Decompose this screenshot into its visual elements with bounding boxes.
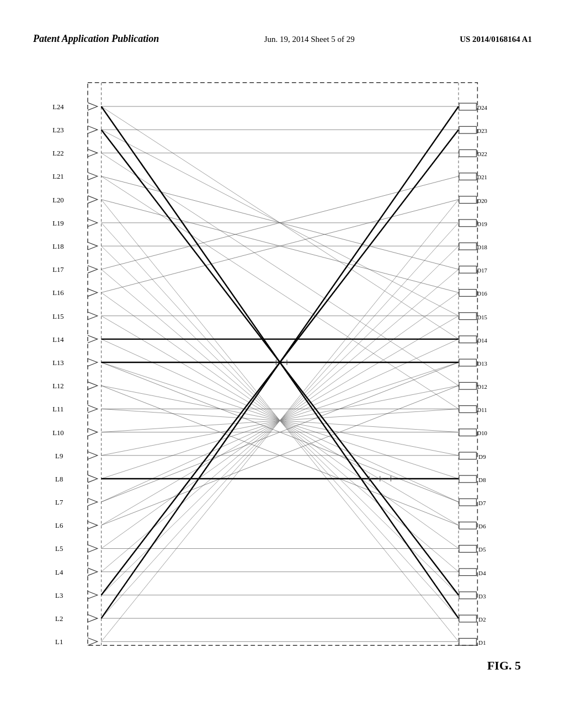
- svg-text:D12: D12: [477, 383, 487, 390]
- left-label-L19: L19: [52, 220, 64, 227]
- right-labels: D1 D2 D3 D4 D5 D6 D7 D8 D9 D10 D11 D12 D…: [477, 104, 487, 646]
- svg-text:D24: D24: [477, 104, 487, 111]
- svg-text:D14: D14: [477, 337, 487, 344]
- svg-text:D23: D23: [477, 127, 487, 134]
- svg-text:D9: D9: [478, 453, 486, 460]
- page: Patent Application Publication Jun. 19, …: [0, 0, 565, 728]
- svg-rect-19: [459, 220, 476, 227]
- left-label-L24: L24: [52, 103, 64, 111]
- svg-rect-4: [459, 569, 476, 576]
- figure-label: FIG. 5: [487, 659, 521, 673]
- patent-diagram: L1 L2 L3 L4 L5 L6 L7 L8 L9 L10 L11 L12 L…: [44, 77, 532, 651]
- svg-rect-13: [459, 359, 476, 366]
- svg-text:D4: D4: [478, 570, 486, 576]
- left-label-L10: L10: [52, 429, 64, 437]
- svg-rect-15: [459, 313, 476, 320]
- svg-rect-24: [459, 103, 476, 110]
- left-label-L14: L14: [52, 336, 64, 344]
- left-label-L23: L23: [52, 126, 64, 134]
- svg-rect-7: [459, 499, 476, 506]
- svg-text:D7: D7: [478, 500, 486, 506]
- header: Patent Application Publication Jun. 19, …: [0, 33, 565, 45]
- left-label-L5: L5: [55, 545, 63, 553]
- svg-rect-23: [459, 126, 476, 133]
- left-label-L22: L22: [52, 149, 64, 157]
- left-chevrons: [88, 103, 98, 645]
- svg-text:D10: D10: [477, 430, 487, 437]
- svg-rect-22: [459, 149, 476, 157]
- left-label-L21: L21: [52, 173, 64, 180]
- svg-rect-20: [459, 196, 476, 204]
- svg-text:D15: D15: [477, 314, 487, 320]
- svg-text:D3: D3: [478, 593, 486, 599]
- svg-text:D8: D8: [478, 477, 486, 483]
- svg-text:D22: D22: [477, 151, 487, 157]
- header-publication-title: Patent Application Publication: [33, 33, 159, 45]
- svg-rect-1: [459, 638, 476, 645]
- left-label-L4: L4: [55, 569, 63, 576]
- left-label-L18: L18: [52, 243, 64, 250]
- svg-text:D1: D1: [478, 639, 486, 646]
- svg-rect-9: [459, 452, 476, 459]
- left-label-L6: L6: [55, 522, 63, 529]
- svg-rect-8: [459, 475, 476, 483]
- left-label-L13: L13: [52, 359, 64, 367]
- svg-text:D13: D13: [477, 360, 487, 367]
- svg-text:D18: D18: [477, 244, 487, 250]
- svg-rect-2: [459, 615, 476, 622]
- left-label-L20: L20: [52, 196, 64, 204]
- svg-text:D19: D19: [477, 221, 487, 227]
- svg-rect-17: [459, 266, 476, 273]
- svg-rect-5: [459, 545, 476, 553]
- left-label-L15: L15: [52, 313, 64, 320]
- svg-rect-11: [459, 406, 476, 413]
- svg-text:D16: D16: [477, 290, 487, 297]
- svg-text:D5: D5: [478, 546, 486, 553]
- svg-text:D11: D11: [477, 406, 487, 413]
- left-label-L2: L2: [55, 615, 63, 623]
- svg-line-96: [102, 176, 459, 409]
- svg-rect-12: [459, 382, 476, 389]
- header-date-sheet: Jun. 19, 2014 Sheet 5 of 29: [264, 35, 355, 44]
- left-label-L16: L16: [52, 289, 64, 297]
- svg-rect-14: [459, 336, 476, 343]
- header-patent-number: US 2014/0168164 A1: [460, 35, 532, 44]
- left-label-L7: L7: [55, 499, 63, 506]
- left-label-L11: L11: [52, 405, 63, 413]
- svg-rect-3: [459, 592, 476, 599]
- left-label-L17: L17: [52, 266, 64, 274]
- diagram-container: L1 L2 L3 L4 L5 L6 L7 L8 L9 L10 L11 L12 L…: [44, 77, 532, 651]
- left-label-L1: L1: [55, 638, 63, 646]
- svg-rect-21: [459, 173, 476, 180]
- highlighted-paths: [102, 106, 459, 618]
- svg-line-95: [102, 153, 459, 386]
- left-label-L9: L9: [55, 452, 63, 460]
- right-boxes: [459, 103, 476, 645]
- svg-text:D2: D2: [478, 616, 486, 623]
- svg-text:D21: D21: [477, 174, 487, 180]
- svg-rect-10: [459, 429, 476, 436]
- routing-lines-cross: [102, 106, 459, 641]
- svg-text:D20: D20: [477, 197, 487, 204]
- left-label-L3: L3: [55, 592, 63, 599]
- svg-rect-6: [459, 522, 476, 529]
- svg-text:D17: D17: [477, 267, 487, 274]
- left-label-L8: L8: [55, 475, 63, 483]
- svg-rect-16: [459, 290, 476, 297]
- left-label-L12: L12: [52, 382, 64, 390]
- svg-text:D6: D6: [478, 523, 486, 529]
- svg-rect-18: [459, 243, 476, 250]
